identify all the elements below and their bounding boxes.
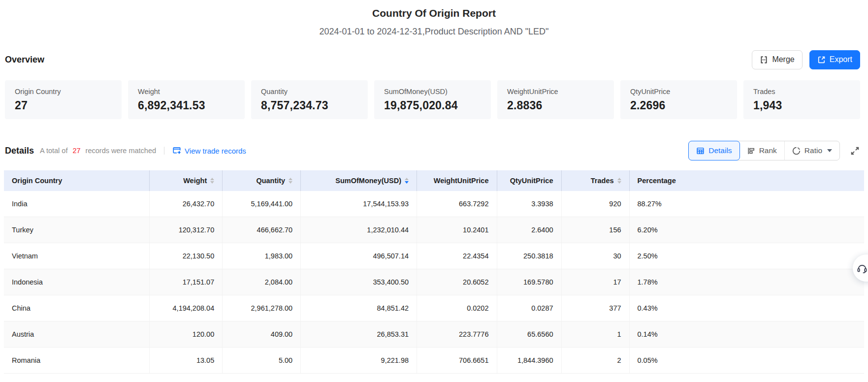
summary-prefix: A total of (40, 147, 67, 155)
export-button-label: Export (830, 55, 852, 64)
column-header-label: WeightUnitPrice (434, 177, 489, 185)
column-header-quantity[interactable]: Quantity (223, 170, 301, 191)
stat-card-quantity: Quantity8,757,234.73 (251, 80, 368, 119)
headset-icon (856, 262, 868, 274)
cell-origin-country: Indonesia (4, 269, 149, 295)
report-filter-subtitle: 2024-01-01 to 2024-12-31,Product Descrip… (0, 26, 868, 37)
stat-card-value: 6,892,341.53 (138, 99, 235, 112)
tab-details[interactable]: Details (688, 141, 739, 160)
cell-quantity: 1,983.00 (223, 243, 301, 269)
merge-button[interactable]: Merge (752, 50, 802, 69)
cell-weight: 120.00 (149, 321, 222, 348)
tab-ratio[interactable]: Ratio (784, 141, 839, 160)
stat-card-label: QtyUnitPrice (630, 88, 727, 96)
column-header-weightunitprice: WeightUnitPrice (417, 170, 497, 191)
view-trade-records-link[interactable]: View trade records (172, 146, 246, 155)
cell-trades: 30 (561, 243, 629, 269)
cell-origin-country: Vietnam (4, 243, 149, 269)
stat-card-label: Quantity (261, 88, 358, 96)
export-button[interactable]: Export (809, 50, 860, 69)
tab-ratio-label: Ratio (804, 146, 822, 155)
stat-card-value: 8,757,234.73 (261, 99, 358, 112)
cell-weightunitprice: 706.6651 (417, 348, 497, 374)
column-header-origin-country: Origin Country (4, 170, 149, 191)
fullscreen-icon (850, 146, 860, 156)
cell-percentage: 0.05% (629, 348, 864, 374)
table-icon (696, 147, 705, 155)
bar-chart-icon (747, 147, 755, 155)
cell-weightunitprice: 223.7776 (417, 321, 497, 348)
cell-weight: 17,151.07 (149, 269, 222, 295)
overview-actions: Merge Export (752, 50, 860, 69)
cell-qtyunitprice: 1,844.3960 (497, 348, 561, 374)
summary-suffix: records were matched (86, 147, 156, 155)
table-header-row: Origin CountryWeightQuantitySumOfMoney(U… (4, 170, 864, 191)
stat-card-label: SumOfMoney(USD) (384, 88, 481, 96)
view-switch: Details Rank Ratio (688, 141, 840, 160)
column-header-label: QtyUnitPrice (510, 177, 553, 185)
cell-sumofmoney-usd: 353,400.50 (301, 269, 417, 295)
cell-quantity: 5,169,441.00 (223, 191, 301, 217)
cell-weightunitprice: 20.6052 (417, 269, 497, 295)
cell-percentage: 6.20% (629, 217, 864, 243)
column-header-weight[interactable]: Weight (149, 170, 222, 191)
tab-details-label: Details (708, 146, 732, 155)
match-summary: A total of 27 records were matched (40, 147, 156, 155)
stat-card-value: 27 (15, 99, 112, 112)
cell-sumofmoney-usd: 9,221.98 (301, 348, 417, 374)
cell-weightunitprice: 663.7292 (417, 191, 497, 217)
cell-weight: 13.05 (149, 348, 222, 374)
cell-sumofmoney-usd: 496,507.14 (301, 243, 417, 269)
cell-qtyunitprice: 3.3938 (497, 191, 561, 217)
window-arrow-icon (172, 146, 181, 155)
column-header-qtyunitprice: QtyUnitPrice (497, 170, 561, 191)
cell-weight: 22,130.50 (149, 243, 222, 269)
stat-card-value: 19,875,020.84 (384, 99, 481, 112)
tab-rank-label: Rank (759, 146, 777, 155)
page-title: Country Of Origin Report (0, 7, 868, 20)
export-icon (817, 56, 826, 64)
sort-icon (210, 178, 214, 184)
sort-icon (289, 178, 292, 184)
matched-count: 27 (70, 147, 82, 155)
stat-card-label: Origin Country (15, 88, 112, 96)
cell-sumofmoney-usd: 17,544,153.93 (301, 191, 417, 217)
cell-origin-country: Turkey (4, 217, 149, 243)
stat-card-label: WeightUnitPrice (507, 88, 604, 96)
column-header-label: Origin Country (12, 177, 62, 185)
pie-chart-icon (792, 147, 801, 155)
sort-icon (617, 178, 621, 184)
stat-card-value: 2.2696 (630, 99, 727, 112)
cell-origin-country: China (4, 295, 149, 321)
column-header-label: Quantity (256, 177, 285, 185)
column-header-trades[interactable]: Trades (561, 170, 629, 191)
cell-sumofmoney-usd: 26,853.31 (301, 321, 417, 348)
table-row-austria: Austria120.00409.0026,853.31223.777665.6… (4, 321, 864, 348)
cell-trades: 17 (561, 269, 629, 295)
stat-card-origin-country: Origin Country27 (5, 80, 122, 119)
table-row-turkey: Turkey120,312.70466,662.701,232,010.4410… (4, 217, 864, 243)
fullscreen-button[interactable] (850, 146, 860, 156)
table-row-india: India26,432.705,169,441.0017,544,153.936… (4, 191, 864, 217)
stat-card-weightunitprice: WeightUnitPrice2.8836 (497, 80, 614, 119)
merge-icon (760, 56, 768, 64)
cell-origin-country: Austria (4, 321, 149, 348)
table-row-romania: Romania13.055.009,221.98706.66511,844.39… (4, 348, 864, 374)
column-header-sumofmoney-usd[interactable]: SumOfMoney(USD) (301, 170, 417, 191)
column-header-label: Trades (591, 177, 614, 185)
app: { "page": { "title": "Country Of Origin … (0, 0, 868, 382)
cell-percentage: 0.43% (629, 295, 864, 321)
tab-rank[interactable]: Rank (739, 141, 784, 160)
cell-percentage: 1.78% (629, 269, 864, 295)
cell-qtyunitprice: 169.5780 (497, 269, 561, 295)
cell-quantity: 2,961,278.00 (223, 295, 301, 321)
details-view-controls: Details Rank Ratio (688, 141, 860, 160)
cell-trades: 920 (561, 191, 629, 217)
stat-card-value: 2.8836 (507, 99, 604, 112)
column-header-label: SumOfMoney(USD) (335, 177, 401, 185)
cell-trades: 377 (561, 295, 629, 321)
cell-weightunitprice: 22.4354 (417, 243, 497, 269)
cell-sumofmoney-usd: 84,851.42 (301, 295, 417, 321)
merge-button-label: Merge (772, 55, 794, 64)
cell-weight: 120,312.70 (149, 217, 222, 243)
